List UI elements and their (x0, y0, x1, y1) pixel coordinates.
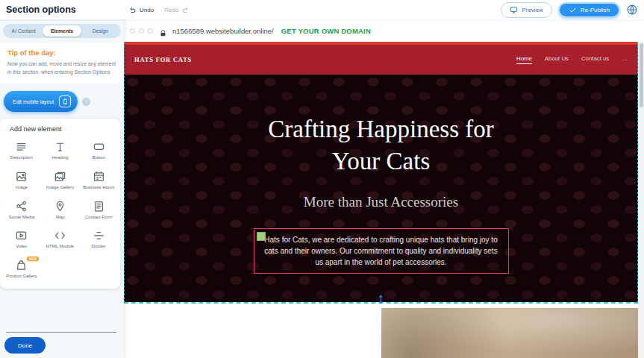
monitor-icon (510, 6, 518, 14)
get-own-domain-link[interactable]: GET YOUR OWN DOMAIN (281, 27, 371, 35)
divider-icon (93, 229, 105, 242)
add-element-panel: Add new element DescriptionHeadingButton… (0, 119, 120, 289)
business-hours-icon (93, 170, 105, 183)
hero-section: Crafting Happiness for Your Cats More th… (124, 75, 638, 302)
element-label: Product Gallery (6, 274, 37, 280)
add-element-map[interactable]: Map (41, 200, 80, 221)
mobile-layout-row: Edit mobile layout i (4, 91, 121, 112)
html-module-icon (54, 229, 66, 242)
scrollbar-thumb[interactable] (640, 43, 643, 107)
hero-title-line2: Your Cats (332, 148, 430, 175)
undo-button[interactable]: Undo (128, 6, 154, 14)
element-label: Video (16, 244, 27, 250)
element-label: Heading (51, 155, 68, 161)
product-gallery-icon (15, 259, 28, 271)
tab-design[interactable]: Design (81, 25, 119, 37)
button-icon (93, 140, 105, 153)
edit-mobile-label: Edit mobile layout (13, 99, 54, 104)
element-label: HTML Module (46, 244, 74, 250)
redo-icon (181, 6, 190, 14)
site-logo[interactable]: HATS FOR CATS (134, 56, 192, 63)
republish-label: Re-Publish (581, 7, 610, 13)
tip-of-the-day: Tip of the day: Now you can add, move an… (0, 43, 124, 84)
add-element-html-module[interactable]: HTML Module (41, 229, 80, 250)
preview-button[interactable]: Preview (501, 2, 551, 18)
element-label: Divider (92, 244, 106, 250)
element-label: Image (15, 185, 28, 191)
site-url-link[interactable]: n1566589.websitebuilder.online/ (172, 27, 274, 35)
description-icon (15, 140, 28, 153)
add-element-business-hours[interactable]: Business Hours (79, 170, 118, 191)
redo-button[interactable]: Redo (164, 6, 190, 14)
tab-elements[interactable]: Elements (43, 25, 81, 37)
undo-icon (128, 6, 137, 14)
hero-title[interactable]: Crafting Happiness for Your Cats (268, 113, 493, 178)
add-element-divider[interactable]: Divider (79, 229, 118, 250)
add-element-video[interactable]: Video (2, 229, 41, 250)
globe-icon (626, 4, 638, 16)
topbar-actions: Preview Re-Publish (501, 2, 638, 18)
tip-title: Tip of the day: (7, 48, 116, 57)
republish-button[interactable]: Re-Publish (558, 2, 620, 18)
sidebar-divider (6, 332, 116, 333)
hero-title-line1: Crafting Happiness for (268, 116, 493, 142)
info-icon[interactable]: i (82, 98, 90, 106)
site-nav: HomeAbout UsContact us… (516, 55, 628, 64)
element-label: Contact Form (85, 215, 112, 221)
image-icon (15, 170, 28, 183)
workspace: n1566589.websitebuilder.online/ GET YOUR… (124, 19, 644, 358)
done-button[interactable]: Done (4, 337, 46, 354)
add-element-heading[interactable]: Heading (41, 140, 80, 161)
hero-paragraph: Hats for Cats, we are dedicated to craft… (263, 234, 499, 268)
undo-label: Undo (140, 7, 154, 13)
window-dot (139, 28, 144, 34)
redo-label: Redo (164, 7, 178, 13)
lock-icon (159, 27, 167, 35)
window-dot (130, 28, 135, 34)
scrollbar (638, 42, 644, 358)
site-header: HATS FOR CATS HomeAbout UsContact us… (124, 45, 638, 75)
nav-contact-us[interactable]: Contact us (581, 55, 609, 64)
next-section (124, 304, 638, 358)
hero-subtitle[interactable]: More than Just Accessories (304, 194, 458, 210)
sidebar-tabs: AI ContentElementsDesign (3, 24, 121, 38)
element-label: Description (10, 155, 33, 161)
element-resize-handle[interactable] (257, 232, 266, 241)
video-icon (15, 229, 28, 242)
add-element-social-media[interactable]: Social Media (2, 200, 41, 221)
map-icon (54, 200, 66, 213)
page-title: Section options (6, 4, 76, 15)
nav-home[interactable]: Home (516, 55, 532, 64)
add-element-title: Add new element (10, 125, 118, 133)
nav-about-us[interactable]: About Us (545, 55, 569, 64)
element-label: Image Gallery (46, 185, 74, 191)
browser-bar: n1566589.websitebuilder.online/ GET YOUR… (124, 19, 644, 43)
nav-more[interactable]: … (622, 55, 628, 64)
check-icon (569, 6, 577, 14)
image-gallery-icon (54, 170, 66, 183)
element-label: Social Media (9, 215, 34, 221)
tip-body: Now you can add, move and resize any ele… (7, 60, 116, 76)
contact-form-icon (93, 200, 105, 213)
language-globe-button[interactable] (626, 4, 638, 16)
element-label: Button (92, 155, 104, 161)
topbar: Section options Undo Redo Preview Re-Pub… (0, 0, 644, 19)
tab-ai-content[interactable]: AI Content (4, 25, 43, 37)
edit-mobile-layout-button[interactable]: Edit mobile layout (4, 91, 78, 112)
phone-icon (59, 95, 71, 107)
add-element-button[interactable]: Button (79, 140, 118, 161)
add-element-product-gallery[interactable]: NEWProduct Gallery (2, 259, 41, 280)
add-element-contact-form[interactable]: Contact Form (79, 200, 118, 221)
window-dot (148, 28, 153, 34)
new-badge: NEW (27, 257, 39, 261)
element-label: Business Hours (83, 185, 114, 191)
add-element-image[interactable]: Image (2, 170, 41, 191)
next-section-photo[interactable] (381, 308, 639, 358)
app-window: Section options Undo Redo Preview Re-Pub… (0, 0, 644, 358)
add-element-image-gallery[interactable]: Image Gallery (41, 170, 80, 191)
history-controls: Undo Redo (128, 6, 190, 14)
heading-icon (54, 140, 66, 153)
add-element-description[interactable]: Description (2, 140, 41, 161)
hero-paragraph-block[interactable]: Hats for Cats, we are dedicated to craft… (254, 228, 509, 274)
site-canvas: HATS FOR CATS HomeAbout UsContact us… Cr… (124, 42, 638, 358)
